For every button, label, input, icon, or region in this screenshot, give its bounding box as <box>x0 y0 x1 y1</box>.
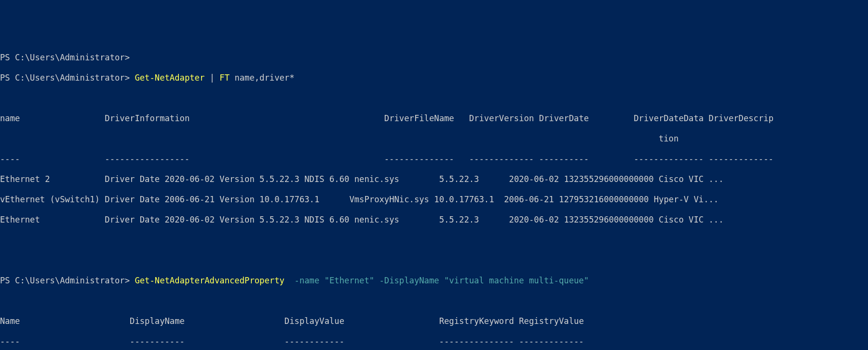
powershell-terminal[interactable]: PS C:\Users\Administrator> PS C:\Users\A… <box>0 41 868 350</box>
blank-line <box>0 296 868 306</box>
prompt-line-empty: PS C:\Users\Administrator> <box>0 53 868 63</box>
table1-row: vEthernet (vSwitch1) Driver Date 2006-06… <box>0 195 868 205</box>
command-line-1: PS C:\Users\Administrator> Get-NetAdapte… <box>0 73 868 83</box>
cmdlet-ft: FT <box>219 73 230 83</box>
table1-header-line1: name DriverInformation DriverFileName Dr… <box>0 113 868 124</box>
table1-header-line2: tion <box>0 134 868 144</box>
cmdlet-get-netadapteradvancedproperty: Get-NetAdapterAdvancedProperty <box>135 276 284 285</box>
table2-divider: ---- ----------- ------------ ----------… <box>0 336 868 347</box>
blank-line <box>0 235 868 245</box>
blank-line <box>0 93 868 103</box>
blank-line <box>0 255 868 266</box>
table1-row: Ethernet 2 Driver Date 2020-06-02 Versio… <box>0 174 868 184</box>
table2-header: Name DisplayName DisplayValue RegistryKe… <box>0 316 868 326</box>
table1-divider: ---- ----------------- -------------- --… <box>0 154 868 164</box>
table1-row: Ethernet Driver Date 2020-06-02 Version … <box>0 215 868 225</box>
cmdlet-get-netadapter: Get-NetAdapter <box>135 73 204 83</box>
command-line-2: PS C:\Users\Administrator> Get-NetAdapte… <box>0 276 868 286</box>
